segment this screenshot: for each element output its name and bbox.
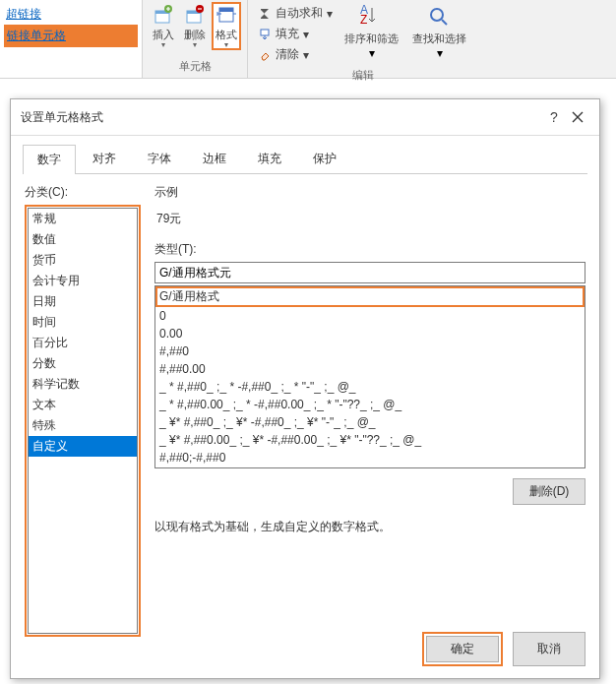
- link-hyperlink[interactable]: 超链接: [4, 4, 138, 25]
- type-input[interactable]: [154, 262, 585, 283]
- name-box-panel: 超链接 链接单元格: [0, 0, 143, 78]
- close-icon: [572, 111, 584, 123]
- insert-button[interactable]: 插入 ▾: [149, 2, 178, 50]
- fill-button[interactable]: 填充 ▾: [256, 25, 335, 43]
- tab-border[interactable]: 边框: [188, 144, 241, 173]
- format-item[interactable]: G/通用格式: [155, 286, 585, 307]
- fill-down-icon: [258, 28, 272, 41]
- link-linked-cell[interactable]: 链接单元格: [4, 25, 138, 47]
- format-item[interactable]: #,##0;-#,##0: [155, 449, 585, 466]
- format-item[interactable]: _ ¥* #,##0_ ;_ ¥* -#,##0_ ;_ ¥* "-"_ ;_ …: [155, 413, 585, 431]
- category-item[interactable]: 分数: [29, 353, 137, 374]
- category-item[interactable]: 日期: [29, 291, 137, 312]
- category-item[interactable]: 科学记数: [29, 374, 137, 395]
- cells-group: 插入 ▾ 删除 ▾ 格式 ▾ 单元格: [143, 0, 248, 78]
- eraser-icon: [258, 48, 272, 62]
- edit-group-label: 编辑: [352, 66, 374, 85]
- tab-font[interactable]: 字体: [133, 144, 186, 173]
- insert-icon: [153, 4, 174, 26]
- sort-icon: AZ: [358, 4, 386, 31]
- autosum-button[interactable]: 自动求和 ▾: [256, 4, 335, 23]
- dialog-tabs: 数字 对齐 字体 边框 填充 保护: [23, 144, 587, 174]
- format-item[interactable]: #,##0: [155, 342, 585, 360]
- category-item[interactable]: 时间: [29, 312, 137, 333]
- category-label: 分类(C):: [25, 184, 141, 201]
- format-item[interactable]: _ * #,##0.00_ ;_ * -#,##0.00_ ;_ * "-"??…: [155, 396, 585, 413]
- dropdown-icon: ▾: [437, 46, 443, 60]
- format-list[interactable]: G/通用格式00.00#,##0#,##0.00_ * #,##0_ ;_ * …: [154, 285, 585, 468]
- tab-alignment[interactable]: 对齐: [78, 144, 131, 173]
- category-item[interactable]: 货币: [29, 250, 137, 271]
- format-item[interactable]: 0.00: [155, 325, 585, 342]
- edit-small-buttons: 自动求和 ▾ 填充 ▾ 清除 ▾: [254, 2, 337, 66]
- hint-text: 以现有格式为基础，生成自定义的数字格式。: [154, 519, 585, 535]
- type-label: 类型(T):: [154, 241, 585, 258]
- help-button[interactable]: ?: [542, 105, 566, 129]
- format-item[interactable]: _ ¥* #,##0.00_ ;_ ¥* -#,##0.00_ ;_ ¥* "-…: [155, 431, 585, 449]
- dialog-body: 分类(C): 常规数值货币会计专用日期时间百分比分数科学记数文本特殊自定义 示例…: [11, 174, 599, 647]
- cells-group-label: 单元格: [179, 57, 212, 76]
- category-item[interactable]: 自定义: [29, 436, 137, 457]
- category-item[interactable]: 会计专用: [29, 271, 137, 291]
- cancel-button[interactable]: 取消: [513, 632, 585, 666]
- dropdown-icon: ▾: [224, 42, 228, 48]
- delete-icon: [184, 4, 206, 26]
- category-item[interactable]: 文本: [29, 395, 137, 415]
- find-select-button[interactable]: 查找和选择 ▾: [406, 2, 472, 62]
- tab-protection[interactable]: 保护: [298, 144, 351, 173]
- category-item[interactable]: 百分比: [29, 333, 137, 353]
- sample-value: 79元: [154, 205, 585, 231]
- svg-text:Z: Z: [360, 13, 367, 27]
- category-item[interactable]: 特殊: [29, 415, 137, 436]
- category-list[interactable]: 常规数值货币会计专用日期时间百分比分数科学记数文本特殊自定义: [28, 208, 138, 634]
- format-item[interactable]: _ * #,##0_ ;_ * -#,##0_ ;_ * "-"_ ;_ @_: [155, 378, 585, 396]
- format-item[interactable]: 0: [155, 307, 585, 325]
- category-item[interactable]: 数值: [29, 229, 137, 250]
- format-item[interactable]: #,##0.00: [155, 360, 585, 378]
- sample-label: 示例: [154, 184, 585, 201]
- search-icon: [426, 4, 454, 31]
- format-cells-dialog: 设置单元格格式 ? 数字 对齐 字体 边框 填充 保护 分类(C): 常规数值货…: [10, 98, 600, 679]
- svg-rect-8: [261, 30, 269, 35]
- svg-point-11: [431, 9, 443, 21]
- delete-format-button[interactable]: 删除(D): [513, 478, 585, 505]
- sigma-icon: [258, 7, 272, 21]
- ribbon: 超链接 链接单元格 插入 ▾ 删除 ▾ 格式: [0, 0, 616, 79]
- format-icon: [216, 4, 237, 26]
- dialog-titlebar: 设置单元格格式 ?: [11, 99, 599, 136]
- dialog-footer: 确定 取消: [422, 632, 585, 666]
- close-button[interactable]: [566, 105, 589, 129]
- dropdown-icon: ▾: [161, 42, 165, 48]
- tab-fill[interactable]: 填充: [243, 144, 296, 173]
- svg-rect-7: [219, 8, 233, 12]
- dropdown-icon: ▾: [193, 42, 197, 48]
- delete-button[interactable]: 删除 ▾: [180, 2, 210, 50]
- sort-filter-button[interactable]: AZ 排序和筛选 ▾: [339, 2, 404, 62]
- format-item[interactable]: #,##0;[红色]-#,##0: [155, 466, 585, 468]
- dialog-title: 设置单元格格式: [21, 109, 542, 126]
- format-button[interactable]: 格式 ▾: [212, 2, 241, 50]
- clear-button[interactable]: 清除 ▾: [256, 45, 335, 64]
- ok-button[interactable]: 确定: [426, 636, 499, 662]
- dropdown-icon: ▾: [369, 46, 375, 60]
- tab-number[interactable]: 数字: [23, 145, 76, 174]
- category-item[interactable]: 常规: [29, 209, 137, 229]
- edit-group: 自动求和 ▾ 填充 ▾ 清除 ▾ AZ 排序和筛选 ▾ 查找和选择 ▾: [248, 0, 478, 78]
